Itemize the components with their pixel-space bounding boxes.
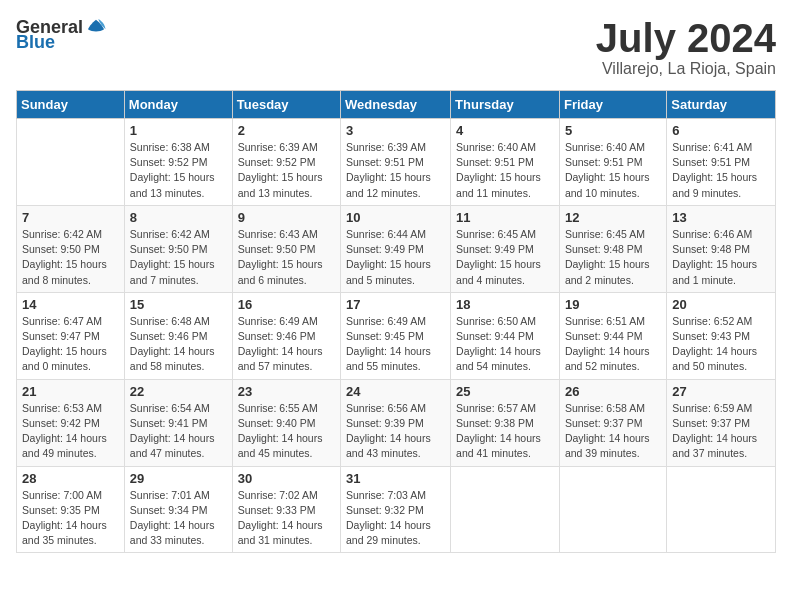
day-info: Sunrise: 6:39 AMSunset: 9:52 PMDaylight:… bbox=[238, 140, 335, 201]
weekday-header: Saturday bbox=[667, 91, 776, 119]
day-number: 11 bbox=[456, 210, 554, 225]
page-header: General Blue July 2024 Villarejo, La Rio… bbox=[16, 16, 776, 78]
weekday-header: Wednesday bbox=[341, 91, 451, 119]
calendar-cell: 1Sunrise: 6:38 AMSunset: 9:52 PMDaylight… bbox=[124, 119, 232, 206]
weekday-header: Thursday bbox=[451, 91, 560, 119]
calendar-table: SundayMondayTuesdayWednesdayThursdayFrid… bbox=[16, 90, 776, 553]
calendar-cell: 9Sunrise: 6:43 AMSunset: 9:50 PMDaylight… bbox=[232, 205, 340, 292]
day-number: 25 bbox=[456, 384, 554, 399]
calendar-week-row: 7Sunrise: 6:42 AMSunset: 9:50 PMDaylight… bbox=[17, 205, 776, 292]
calendar-cell: 10Sunrise: 6:44 AMSunset: 9:49 PMDayligh… bbox=[341, 205, 451, 292]
title-section: July 2024 Villarejo, La Rioja, Spain bbox=[596, 16, 776, 78]
day-number: 5 bbox=[565, 123, 661, 138]
day-number: 4 bbox=[456, 123, 554, 138]
calendar-week-row: 1Sunrise: 6:38 AMSunset: 9:52 PMDaylight… bbox=[17, 119, 776, 206]
day-info: Sunrise: 6:56 AMSunset: 9:39 PMDaylight:… bbox=[346, 401, 445, 462]
day-info: Sunrise: 6:53 AMSunset: 9:42 PMDaylight:… bbox=[22, 401, 119, 462]
calendar-cell: 31Sunrise: 7:03 AMSunset: 9:32 PMDayligh… bbox=[341, 466, 451, 553]
calendar-cell: 5Sunrise: 6:40 AMSunset: 9:51 PMDaylight… bbox=[559, 119, 666, 206]
day-number: 31 bbox=[346, 471, 445, 486]
calendar-cell: 4Sunrise: 6:40 AMSunset: 9:51 PMDaylight… bbox=[451, 119, 560, 206]
day-info: Sunrise: 6:55 AMSunset: 9:40 PMDaylight:… bbox=[238, 401, 335, 462]
calendar-cell bbox=[451, 466, 560, 553]
day-number: 3 bbox=[346, 123, 445, 138]
day-info: Sunrise: 6:48 AMSunset: 9:46 PMDaylight:… bbox=[130, 314, 227, 375]
calendar-cell: 11Sunrise: 6:45 AMSunset: 9:49 PMDayligh… bbox=[451, 205, 560, 292]
day-number: 17 bbox=[346, 297, 445, 312]
weekday-header: Tuesday bbox=[232, 91, 340, 119]
month-title: July 2024 bbox=[596, 16, 776, 60]
calendar-cell: 25Sunrise: 6:57 AMSunset: 9:38 PMDayligh… bbox=[451, 379, 560, 466]
day-info: Sunrise: 6:54 AMSunset: 9:41 PMDaylight:… bbox=[130, 401, 227, 462]
calendar-cell: 28Sunrise: 7:00 AMSunset: 9:35 PMDayligh… bbox=[17, 466, 125, 553]
day-number: 19 bbox=[565, 297, 661, 312]
header-row: SundayMondayTuesdayWednesdayThursdayFrid… bbox=[17, 91, 776, 119]
day-number: 10 bbox=[346, 210, 445, 225]
day-info: Sunrise: 6:41 AMSunset: 9:51 PMDaylight:… bbox=[672, 140, 770, 201]
day-info: Sunrise: 6:47 AMSunset: 9:47 PMDaylight:… bbox=[22, 314, 119, 375]
day-number: 28 bbox=[22, 471, 119, 486]
day-number: 2 bbox=[238, 123, 335, 138]
calendar-cell: 12Sunrise: 6:45 AMSunset: 9:48 PMDayligh… bbox=[559, 205, 666, 292]
day-info: Sunrise: 6:59 AMSunset: 9:37 PMDaylight:… bbox=[672, 401, 770, 462]
weekday-header: Monday bbox=[124, 91, 232, 119]
weekday-header: Sunday bbox=[17, 91, 125, 119]
calendar-cell: 16Sunrise: 6:49 AMSunset: 9:46 PMDayligh… bbox=[232, 292, 340, 379]
day-info: Sunrise: 6:45 AMSunset: 9:48 PMDaylight:… bbox=[565, 227, 661, 288]
day-info: Sunrise: 6:42 AMSunset: 9:50 PMDaylight:… bbox=[22, 227, 119, 288]
calendar-week-row: 21Sunrise: 6:53 AMSunset: 9:42 PMDayligh… bbox=[17, 379, 776, 466]
location-title: Villarejo, La Rioja, Spain bbox=[596, 60, 776, 78]
day-number: 8 bbox=[130, 210, 227, 225]
calendar-cell: 18Sunrise: 6:50 AMSunset: 9:44 PMDayligh… bbox=[451, 292, 560, 379]
day-number: 6 bbox=[672, 123, 770, 138]
day-number: 21 bbox=[22, 384, 119, 399]
weekday-header: Friday bbox=[559, 91, 666, 119]
calendar-cell: 8Sunrise: 6:42 AMSunset: 9:50 PMDaylight… bbox=[124, 205, 232, 292]
calendar-cell: 14Sunrise: 6:47 AMSunset: 9:47 PMDayligh… bbox=[17, 292, 125, 379]
day-info: Sunrise: 6:45 AMSunset: 9:49 PMDaylight:… bbox=[456, 227, 554, 288]
day-number: 23 bbox=[238, 384, 335, 399]
calendar-cell: 13Sunrise: 6:46 AMSunset: 9:48 PMDayligh… bbox=[667, 205, 776, 292]
day-number: 18 bbox=[456, 297, 554, 312]
calendar-cell: 23Sunrise: 6:55 AMSunset: 9:40 PMDayligh… bbox=[232, 379, 340, 466]
calendar-week-row: 28Sunrise: 7:00 AMSunset: 9:35 PMDayligh… bbox=[17, 466, 776, 553]
logo-icon bbox=[85, 16, 107, 38]
calendar-cell: 20Sunrise: 6:52 AMSunset: 9:43 PMDayligh… bbox=[667, 292, 776, 379]
day-info: Sunrise: 6:52 AMSunset: 9:43 PMDaylight:… bbox=[672, 314, 770, 375]
calendar-cell: 27Sunrise: 6:59 AMSunset: 9:37 PMDayligh… bbox=[667, 379, 776, 466]
day-info: Sunrise: 6:40 AMSunset: 9:51 PMDaylight:… bbox=[565, 140, 661, 201]
day-number: 27 bbox=[672, 384, 770, 399]
calendar-cell: 29Sunrise: 7:01 AMSunset: 9:34 PMDayligh… bbox=[124, 466, 232, 553]
day-info: Sunrise: 6:49 AMSunset: 9:45 PMDaylight:… bbox=[346, 314, 445, 375]
calendar-cell: 6Sunrise: 6:41 AMSunset: 9:51 PMDaylight… bbox=[667, 119, 776, 206]
calendar-cell: 24Sunrise: 6:56 AMSunset: 9:39 PMDayligh… bbox=[341, 379, 451, 466]
calendar-cell: 22Sunrise: 6:54 AMSunset: 9:41 PMDayligh… bbox=[124, 379, 232, 466]
calendar-cell: 17Sunrise: 6:49 AMSunset: 9:45 PMDayligh… bbox=[341, 292, 451, 379]
day-number: 16 bbox=[238, 297, 335, 312]
day-info: Sunrise: 6:44 AMSunset: 9:49 PMDaylight:… bbox=[346, 227, 445, 288]
calendar-cell bbox=[559, 466, 666, 553]
day-number: 13 bbox=[672, 210, 770, 225]
day-number: 7 bbox=[22, 210, 119, 225]
day-info: Sunrise: 6:46 AMSunset: 9:48 PMDaylight:… bbox=[672, 227, 770, 288]
day-number: 1 bbox=[130, 123, 227, 138]
day-info: Sunrise: 6:51 AMSunset: 9:44 PMDaylight:… bbox=[565, 314, 661, 375]
calendar-week-row: 14Sunrise: 6:47 AMSunset: 9:47 PMDayligh… bbox=[17, 292, 776, 379]
logo: General Blue bbox=[16, 16, 107, 53]
day-info: Sunrise: 6:39 AMSunset: 9:51 PMDaylight:… bbox=[346, 140, 445, 201]
day-info: Sunrise: 6:57 AMSunset: 9:38 PMDaylight:… bbox=[456, 401, 554, 462]
day-info: Sunrise: 6:50 AMSunset: 9:44 PMDaylight:… bbox=[456, 314, 554, 375]
calendar-cell: 15Sunrise: 6:48 AMSunset: 9:46 PMDayligh… bbox=[124, 292, 232, 379]
calendar-cell: 30Sunrise: 7:02 AMSunset: 9:33 PMDayligh… bbox=[232, 466, 340, 553]
day-info: Sunrise: 7:03 AMSunset: 9:32 PMDaylight:… bbox=[346, 488, 445, 549]
day-info: Sunrise: 6:38 AMSunset: 9:52 PMDaylight:… bbox=[130, 140, 227, 201]
day-number: 26 bbox=[565, 384, 661, 399]
day-info: Sunrise: 6:42 AMSunset: 9:50 PMDaylight:… bbox=[130, 227, 227, 288]
day-number: 9 bbox=[238, 210, 335, 225]
calendar-cell: 3Sunrise: 6:39 AMSunset: 9:51 PMDaylight… bbox=[341, 119, 451, 206]
day-number: 12 bbox=[565, 210, 661, 225]
calendar-cell: 19Sunrise: 6:51 AMSunset: 9:44 PMDayligh… bbox=[559, 292, 666, 379]
calendar-cell bbox=[17, 119, 125, 206]
day-info: Sunrise: 6:40 AMSunset: 9:51 PMDaylight:… bbox=[456, 140, 554, 201]
day-info: Sunrise: 7:01 AMSunset: 9:34 PMDaylight:… bbox=[130, 488, 227, 549]
